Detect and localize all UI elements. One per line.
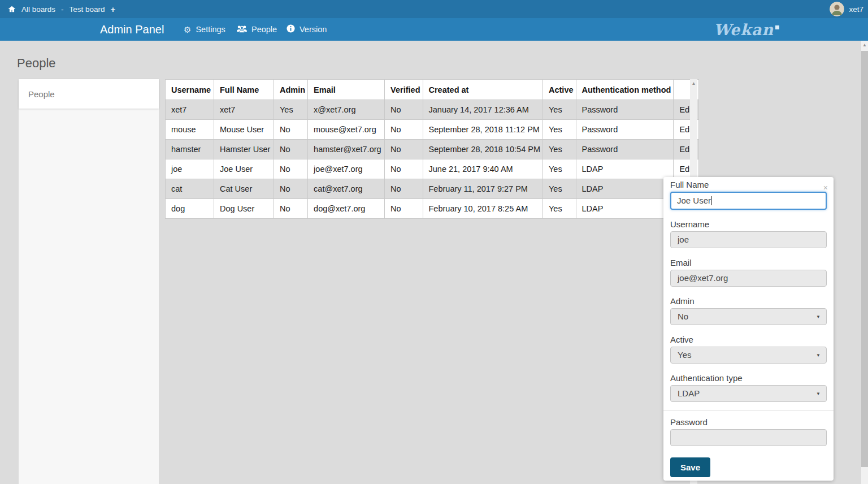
board-name-link[interactable]: Test board bbox=[70, 5, 105, 14]
cell-email: cat@xet7.org bbox=[308, 179, 385, 199]
password-input[interactable] bbox=[670, 429, 827, 446]
add-board-icon[interactable]: + bbox=[111, 5, 116, 14]
cell-active: Yes bbox=[543, 159, 576, 179]
col-header-username: Username bbox=[166, 80, 214, 100]
cell-full-name: Mouse User bbox=[214, 120, 274, 140]
cell-active: Yes bbox=[543, 199, 576, 219]
scroll-up-icon[interactable]: ▲ bbox=[861, 41, 868, 50]
table-header-row: Username Full Name Admin Email Verified … bbox=[166, 80, 699, 100]
cell-username: joe bbox=[166, 159, 214, 179]
username-label: Username bbox=[670, 219, 827, 230]
scrollbar-thumb[interactable] bbox=[861, 51, 868, 467]
info-icon bbox=[287, 24, 295, 34]
cell-full-name: Dog User bbox=[214, 199, 274, 219]
cell-admin: No bbox=[274, 159, 308, 179]
cell-verified: No bbox=[385, 140, 423, 159]
active-select[interactable]: Yes ▼ bbox=[670, 347, 827, 364]
tab-version[interactable]: Version bbox=[287, 18, 327, 41]
cell-auth-method: Password bbox=[576, 100, 674, 120]
email-input: joe@xet7.org bbox=[670, 270, 827, 287]
admin-select[interactable]: No ▼ bbox=[670, 308, 827, 325]
auth-type-label: Authentication type bbox=[670, 373, 827, 383]
col-header-verified: Verified bbox=[385, 80, 423, 100]
tab-settings-label: Settings bbox=[196, 25, 225, 34]
save-button[interactable]: Save bbox=[670, 457, 710, 477]
close-icon[interactable]: × bbox=[823, 184, 828, 192]
user-avatar[interactable] bbox=[830, 2, 844, 16]
cell-full-name: Hamster User bbox=[214, 140, 274, 159]
cell-active: Yes bbox=[543, 179, 576, 199]
auth-type-select[interactable]: LDAP ▼ bbox=[670, 385, 827, 402]
cell-verified: No bbox=[385, 199, 423, 219]
cell-verified: No bbox=[385, 120, 423, 140]
col-header-active: Active bbox=[543, 80, 576, 100]
cell-created-at: September 28, 2018 10:54 PM bbox=[423, 140, 543, 159]
cell-auth-method: LDAP bbox=[576, 159, 674, 179]
cell-username: mouse bbox=[166, 120, 214, 140]
table-row: xet7 xet7 Yes x@xet7.org No January 14, … bbox=[166, 100, 699, 120]
cell-active: Yes bbox=[543, 140, 576, 159]
admin-select-value: No bbox=[678, 312, 688, 321]
cell-auth-method: Password bbox=[576, 140, 674, 159]
full-name-label: Full Name bbox=[670, 180, 827, 190]
active-label: Active bbox=[670, 335, 827, 345]
cell-email: mouse@xet7.org bbox=[308, 120, 385, 140]
cell-created-at: February 11, 2017 9:27 PM bbox=[423, 179, 543, 199]
user-name-label: xet7 bbox=[849, 5, 863, 14]
wekan-logo-text: Wekan bbox=[714, 21, 774, 38]
admin-label: Admin bbox=[670, 296, 827, 306]
active-select-value: Yes bbox=[678, 350, 691, 360]
cell-active: Yes bbox=[543, 120, 576, 140]
cell-email: hamster@xet7.org bbox=[308, 140, 385, 159]
cell-created-at: June 21, 2017 9:40 AM bbox=[423, 159, 543, 179]
table-row: cat Cat User No cat@xet7.org No February… bbox=[166, 179, 699, 199]
wekan-logo-square bbox=[775, 25, 779, 29]
tab-people-label: People bbox=[251, 25, 277, 34]
table-row: mouse Mouse User No mouse@xet7.org No Se… bbox=[166, 120, 699, 140]
admin-sidebar: People bbox=[19, 79, 159, 484]
username-value: joe bbox=[678, 235, 689, 244]
cell-full-name: Joe User bbox=[214, 159, 274, 179]
sidebar-item-people-label: People bbox=[28, 89, 55, 99]
wekan-admin-app: All boards - Test board + xet7 Admin Pan… bbox=[0, 0, 868, 484]
scroll-up-icon[interactable]: ▲ bbox=[690, 79, 697, 88]
people-icon bbox=[237, 25, 247, 34]
email-value: joe@xet7.org bbox=[678, 273, 728, 283]
cell-full-name: Cat User bbox=[214, 179, 274, 199]
admin-panel-title: Admin Panel bbox=[100, 18, 164, 41]
cell-verified: No bbox=[385, 100, 423, 120]
cell-admin: No bbox=[274, 120, 308, 140]
all-boards-link[interactable]: All boards bbox=[21, 5, 55, 14]
home-icon[interactable] bbox=[8, 5, 16, 13]
wekan-logo: Wekan bbox=[714, 18, 779, 41]
user-menu[interactable]: xet7 bbox=[830, 2, 865, 16]
email-label: Email bbox=[670, 258, 827, 268]
auth-type-select-value: LDAP bbox=[678, 388, 700, 398]
cell-created-at: February 10, 2017 8:25 AM bbox=[423, 199, 543, 219]
cell-admin: No bbox=[274, 179, 308, 199]
col-header-admin: Admin bbox=[274, 80, 308, 100]
cell-verified: No bbox=[385, 159, 423, 179]
admin-nav-bar: Admin Panel ⚙ Settings People bbox=[0, 18, 868, 41]
chevron-down-icon: ▼ bbox=[816, 309, 821, 326]
cell-created-at: January 14, 2017 12:36 AM bbox=[423, 100, 543, 120]
cell-admin: Yes bbox=[274, 100, 308, 120]
col-header-created-at: Created at bbox=[423, 80, 543, 100]
table-row: dog Dog User No dog@xet7.org No February… bbox=[166, 199, 699, 219]
col-header-auth-method: Authentication method bbox=[576, 80, 674, 100]
page-scrollbar[interactable]: ▲ bbox=[861, 41, 868, 484]
cell-auth-method: Password bbox=[576, 120, 674, 140]
full-name-input[interactable]: Joe User bbox=[670, 192, 827, 210]
cell-username: hamster bbox=[166, 140, 214, 159]
tab-people[interactable]: People bbox=[237, 18, 277, 41]
table-row: joe Joe User No joe@xet7.org No June 21,… bbox=[166, 159, 699, 179]
panel-divider bbox=[663, 410, 834, 410]
people-table: Username Full Name Admin Email Verified … bbox=[165, 79, 699, 219]
sidebar-item-people[interactable]: People bbox=[19, 79, 159, 109]
tab-settings[interactable]: ⚙ Settings bbox=[184, 18, 225, 41]
breadcrumb: All boards - Test board + bbox=[8, 5, 115, 14]
cell-username: cat bbox=[166, 179, 214, 199]
cell-active: Yes bbox=[543, 100, 576, 120]
cell-username: xet7 bbox=[166, 100, 214, 120]
cell-full-name: xet7 bbox=[214, 100, 274, 120]
